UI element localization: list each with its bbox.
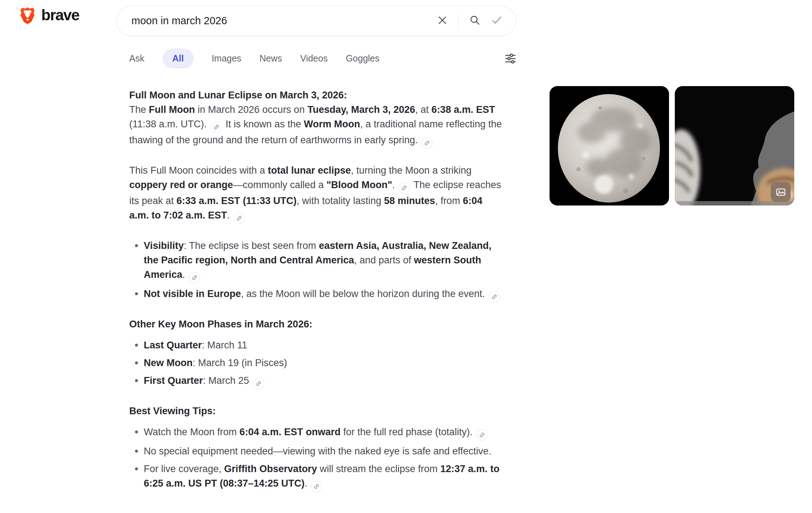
- answer-text-segment: : The eclipse is best seen from: [184, 240, 319, 251]
- answer-text-segment: The: [129, 104, 149, 115]
- tab-all[interactable]: All: [163, 48, 194, 68]
- answer-text-segment: .: [304, 478, 310, 489]
- answer-text-segment: , with totality lasting: [296, 195, 384, 206]
- answer-text-segment: Worm Moon: [304, 119, 360, 130]
- filters-button[interactable]: [504, 52, 517, 66]
- answer-text-segment: 6:38 a.m. EST: [432, 104, 495, 115]
- answer-text-segment: New Moon: [144, 357, 193, 368]
- picture-icon: [775, 187, 786, 198]
- answer-text-segment: , turning the Moon a striking: [351, 165, 471, 176]
- check-icon: [491, 15, 502, 27]
- answer-blocks: Full Moon and Lunar Eclipse on March 3, …: [129, 88, 504, 506]
- result-tabs: Ask All Images News Videos Goggles: [129, 48, 379, 69]
- answer-text-segment: Full Moon and Lunar Eclipse on March 3, …: [129, 90, 347, 101]
- answer-list-item: Visibility: The eclipse is best seen fro…: [144, 238, 504, 283]
- search-bar: [117, 5, 516, 36]
- related-images: [550, 86, 794, 205]
- answer-text-segment: : March 25: [203, 375, 252, 386]
- answer-text-segment: Watch the Moon from: [144, 427, 240, 437]
- source-link-icon[interactable]: [421, 137, 433, 149]
- answer-text-segment: Griffith Observatory: [224, 463, 317, 474]
- check-button[interactable]: [491, 15, 502, 27]
- answer-text-segment: , and parts of: [354, 255, 414, 266]
- full-moon-image: [550, 86, 669, 205]
- answer-text-segment: will stream the eclipse from: [317, 463, 441, 474]
- answer-text-segment: , as the Moon will be below the horizon …: [241, 288, 488, 299]
- moon-thumbnail[interactable]: [550, 86, 669, 205]
- answer-list: Last Quarter: March 11New Moon: March 19…: [129, 338, 504, 389]
- answer-paragraph: This Full Moon coincides with a total lu…: [129, 163, 504, 224]
- eclipse-artwork-thumbnail[interactable]: [675, 86, 794, 205]
- answer-text-segment: —commonly called a: [233, 179, 327, 190]
- answer-text-segment: Not visible in Europe: [144, 288, 241, 299]
- source-link-icon[interactable]: [211, 122, 222, 133]
- answer-text-segment: Tuesday, March 3, 2026: [307, 104, 415, 115]
- answer-list: Visibility: The eclipse is best seen fro…: [129, 238, 504, 302]
- answer-text-segment: .: [227, 210, 232, 221]
- search-submit-button[interactable]: [470, 15, 480, 27]
- sliders-icon: [504, 61, 517, 66]
- answer-text-segment: 6:33 a.m. EST (11:33 UTC): [177, 195, 297, 206]
- answer-text-segment: It is known as the: [223, 119, 304, 130]
- source-link-icon[interactable]: [311, 481, 322, 492]
- tab-news[interactable]: News: [260, 53, 282, 64]
- answer-text-segment: for the full red phase (totality).: [341, 427, 475, 437]
- answer-list: Watch the Moon from 6:04 a.m. EST onward…: [129, 425, 504, 492]
- answer-text-segment: : March 19 (in Pisces): [193, 357, 287, 368]
- answer-list-item: First Quarter: March 25: [144, 373, 504, 389]
- answer-text-segment: "Blood Moon": [327, 179, 392, 190]
- answer-text-segment: 58 minutes: [384, 195, 435, 206]
- answer-text-segment: 6:04 a.m. EST onward: [240, 427, 341, 437]
- source-link-icon[interactable]: [476, 429, 488, 441]
- tab-videos[interactable]: Videos: [300, 53, 328, 64]
- answer-text-segment: Last Quarter: [144, 340, 202, 351]
- brand-name: brave: [41, 8, 79, 24]
- answer-text-segment: in March 2026 occurs on: [195, 104, 308, 115]
- answer-list-item: Watch the Moon from 6:04 a.m. EST onward…: [144, 425, 504, 441]
- answer-list-item: No special equipment needed—viewing with…: [144, 444, 504, 458]
- source-link-icon[interactable]: [253, 378, 264, 389]
- answer-text-segment: .: [182, 269, 188, 280]
- answer-text-segment: Full Moon: [149, 104, 195, 115]
- answer-heading: Other Key Moon Phases in March 2026:: [129, 317, 504, 331]
- answer-paragraph: Full Moon and Lunar Eclipse on March 3, …: [129, 88, 504, 149]
- tab-goggles[interactable]: Goggles: [346, 53, 379, 64]
- answer-text-segment: , at: [415, 104, 432, 115]
- answer-text-segment: This Full Moon coincides with a: [129, 165, 268, 176]
- answer-text-segment: , from: [435, 195, 463, 206]
- brave-logo[interactable]: brave: [18, 6, 79, 26]
- source-link-icon[interactable]: [189, 272, 200, 283]
- source-link-icon[interactable]: [399, 182, 410, 194]
- x-icon: [437, 15, 447, 26]
- tab-ask[interactable]: Ask: [129, 53, 144, 64]
- answer-text-segment: : March 11: [202, 340, 248, 351]
- search-divider: [458, 13, 459, 29]
- source-link-icon[interactable]: [489, 291, 500, 302]
- answer-list-item: For live coverage, Griffith Observatory …: [144, 462, 504, 492]
- answer-heading: Best Viewing Tips:: [129, 404, 504, 418]
- answer-text-segment: No special equipment needed—viewing with…: [144, 446, 491, 457]
- answer-text-segment: total lunar eclipse: [268, 165, 351, 176]
- answer-list-item: Last Quarter: March 11: [144, 338, 504, 352]
- answer-text-segment: coppery red or orange: [129, 179, 233, 190]
- clear-search-button[interactable]: [437, 15, 447, 26]
- answer-text-segment: .: [392, 179, 397, 190]
- source-link-icon[interactable]: [233, 213, 245, 224]
- image-stack-badge[interactable]: [771, 182, 791, 202]
- answer-text-segment: For live coverage,: [144, 463, 224, 474]
- answer-text-segment: First Quarter: [144, 375, 203, 386]
- answer-list-item: New Moon: March 19 (in Pisces): [144, 356, 504, 370]
- answer-text-segment: Visibility: [144, 240, 184, 251]
- brave-lion-icon: [18, 6, 37, 26]
- tab-images[interactable]: Images: [212, 53, 241, 64]
- answer-text-segment: (11:38 a.m. UTC).: [129, 119, 210, 130]
- magnifier-icon: [470, 15, 480, 27]
- answer-list-item: Not visible in Europe, as the Moon will …: [144, 287, 504, 302]
- search-input[interactable]: [131, 15, 437, 27]
